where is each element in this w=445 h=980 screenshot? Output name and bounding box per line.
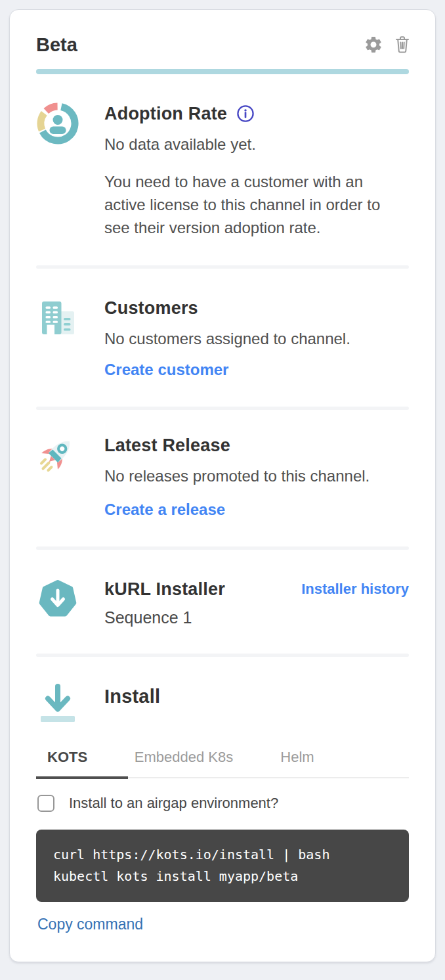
adoption-description: You need to have a customer with an acti… (104, 170, 408, 239)
copy-command-link[interactable]: Copy command (37, 915, 143, 933)
tab-embedded-k8s[interactable]: Embedded K8s (128, 749, 240, 777)
adoption-empty-message: No data available yet. (104, 135, 409, 154)
download-arrow-icon (36, 682, 79, 730)
tab-helm[interactable]: Helm (240, 749, 355, 777)
create-customer-link[interactable]: Create customer (104, 359, 228, 380)
kurl-heptagon-download-icon (36, 577, 79, 627)
trash-icon (393, 47, 412, 56)
latest-release-section: Latest Release No releases promoted to t… (10, 410, 435, 520)
adoption-rate-section: Adoption Rate No data available yet. You… (10, 74, 435, 239)
create-release-link[interactable]: Create a release (104, 499, 225, 520)
installer-history-link[interactable]: Installer history (301, 579, 409, 599)
command-line: curl https://kots.io/install | bash (53, 844, 392, 866)
rocket-icon (36, 434, 79, 520)
tab-kots[interactable]: KOTS (36, 749, 128, 779)
card-header: Beta (10, 10, 435, 56)
install-command-block: curl https://kots.io/install | bash kube… (36, 830, 409, 902)
channel-title: Beta (36, 33, 77, 56)
install-title: Install (104, 686, 409, 707)
customers-title: Customers (104, 298, 409, 319)
airgap-option-row: Install to an airgap environment? (36, 794, 409, 813)
latest-release-empty-message: No releases promoted to this channel. (104, 466, 409, 486)
channel-settings-button[interactable] (364, 35, 383, 55)
channel-card: Beta (9, 9, 436, 962)
installer-sequence: Sequence 1 (104, 608, 409, 627)
channel-accent-bar (36, 69, 409, 74)
airgap-label: Install to an airgap environment? (69, 794, 278, 813)
adoption-rate-icon (36, 102, 79, 239)
header-actions (364, 35, 412, 55)
install-section: Install (10, 657, 435, 730)
info-icon[interactable] (236, 104, 255, 123)
buildings-icon (36, 296, 79, 380)
command-line: kubectl kots install myapp/beta (53, 866, 392, 887)
kurl-installer-title: kURL Installer (104, 579, 225, 600)
kurl-installer-section: kURL Installer Installer history Sequenc… (10, 550, 435, 627)
adoption-rate-title: Adoption Rate (104, 103, 227, 124)
channel-delete-button[interactable] (393, 35, 412, 55)
latest-release-title: Latest Release (104, 435, 409, 456)
customers-section: Customers No customers assigned to chann… (10, 269, 435, 380)
gear-icon (364, 47, 383, 56)
airgap-checkbox[interactable] (37, 795, 54, 812)
customers-empty-message: No customers assigned to channel. (104, 329, 409, 349)
install-tabs: KOTS Embedded K8s Helm (36, 749, 409, 778)
